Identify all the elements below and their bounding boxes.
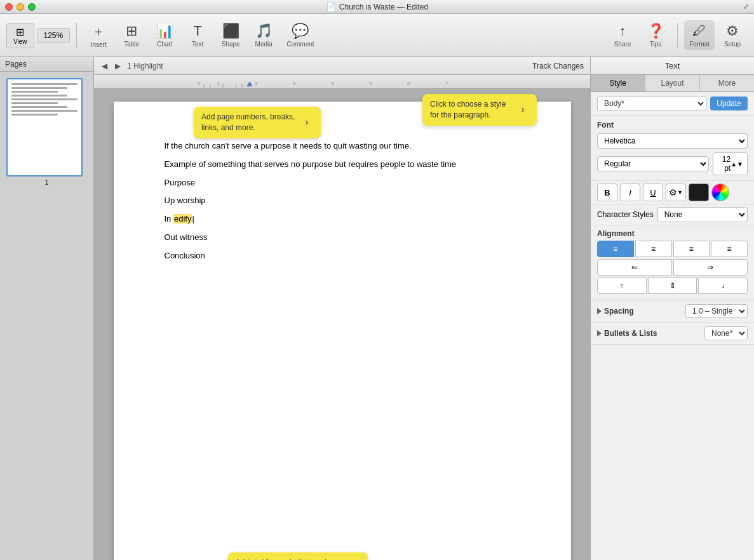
format-button[interactable]: 🖊 Format [684,20,715,50]
dropdown-arrow-icon: ▼ [677,189,683,196]
insert-icon: ＋ [92,23,105,40]
main-toolbar: ⊞ View 125% ＋ Insert ⊞ Table 📊 Chart T T… [0,14,754,57]
table-button[interactable]: ⊞ Table [116,20,147,50]
text-line-5: In edify| [165,213,520,226]
setup-button[interactable]: ⚙ Setup [717,20,748,50]
font-family-select[interactable]: Helvetica [597,133,748,149]
shape-icon: ⬛ [222,23,239,39]
align-justify-button[interactable]: ≡ [711,241,748,257]
prev-highlight-arrow[interactable]: ◀ [100,62,109,70]
main-area: Pages 1 ◀ ▶ [0,57,754,560]
highlighted-word: edify [173,214,192,223]
font-section: Font Helvetica Regular 12 pt ▲▼ [591,116,754,181]
share-button[interactable]: ↑ Share [607,20,638,50]
spacing-collapse-icon [597,308,602,314]
bold-button[interactable]: B [597,183,617,201]
page-thumbnails: 1 [0,72,93,192]
text-line-2: Example of something that serves no purp… [165,158,520,171]
svg-text:6: 6 [407,81,410,86]
align-justify-icon: ≡ [727,244,732,253]
text-line-6: Out witness [165,231,520,244]
valign-center-button[interactable]: ⇕ [648,277,697,294]
paragraph-style-row: Body* Update [591,92,754,116]
italic-button[interactable]: I [620,183,640,201]
expand-icon[interactable]: ⤢ [743,3,749,11]
svg-marker-14 [246,81,253,86]
text-line-3: Purpose [165,177,520,190]
next-highlight-arrow[interactable]: ▶ [114,62,122,70]
pages-label: Pages [5,60,27,69]
close-button[interactable] [5,3,13,11]
underline-button[interactable]: U [643,183,663,201]
media-button[interactable]: 🎵 Media [248,20,279,50]
chart-button[interactable]: 📊 Chart [149,20,180,50]
text-button[interactable]: T Text [182,20,213,50]
right-panel-title: Text [665,61,680,70]
media-icon: 🎵 [255,23,273,39]
view-button[interactable]: ⊞ View [6,23,34,48]
stepper-icon[interactable]: ▲▼ [730,161,743,168]
zoom-button[interactable]: 125% [37,28,71,43]
view-zoom-group: ⊞ View 125% [6,23,70,48]
insert-tooltip-text: Add page numbers, breaks, links, and mor… [201,112,297,133]
svg-text:2: 2 [255,81,258,86]
insert-button[interactable]: ＋ Insert [83,20,114,51]
tab-more[interactable]: More [700,75,754,91]
right-panel: Text Style Layout More Body* Update Font… [590,57,754,560]
spacing-select[interactable]: 1.0 – Single [685,304,748,318]
title-text: Church is Waste — Edited [339,3,428,11]
separator-1 [76,23,77,48]
align-right-icon: ≡ [689,244,694,253]
align-center-button[interactable]: ≡ [635,241,672,257]
font-size-value: 12 pt [717,155,730,173]
comment-button[interactable]: 💬 Comment [281,20,319,50]
page-1-number: 1 [6,178,87,186]
text-line-4: Up worship [165,194,520,208]
page-1-thumbnail[interactable] [6,78,83,177]
highlight-count: 1 Highlight [127,62,163,70]
text-line-7: Conclusion [165,250,520,263]
indent-left-button[interactable]: ⇐ [597,259,672,276]
paragraph-style-select[interactable]: Body* [597,96,706,111]
bullets-row[interactable]: Bullets & Lists None* [591,323,754,345]
comment-icon: 💬 [292,23,309,39]
table-icon: ⊞ [126,23,137,39]
alignment-section: Alignment ≡ ≡ ≡ ≡ ⇐ [591,225,754,300]
align-right-button[interactable]: ≡ [673,241,710,257]
setup-icon: ⚙ [726,23,739,39]
text-color-swatch[interactable] [689,183,709,201]
valign-top-button[interactable]: ↑ [597,277,647,294]
document-scroll[interactable]: Add page numbers, breaks, links, and mor… [94,89,590,560]
share-icon: ↑ [619,23,626,39]
alignment-row-1: ≡ ≡ ≡ ≡ [597,241,748,257]
bullets-select[interactable]: None* [704,326,748,340]
spacing-row[interactable]: Spacing 1.0 – Single [591,300,754,323]
indent-right-button[interactable]: ⇒ [673,259,748,276]
font-label: Font [597,121,748,130]
alignment-row-2: ⇐ ⇒ [597,259,748,276]
text-options-button[interactable]: ⚙ ▼ [666,183,686,201]
maximize-button[interactable] [28,3,36,11]
char-styles-select[interactable]: None [657,207,748,222]
chart-icon: 📊 [156,23,173,39]
valign-bottom-button[interactable]: ↓ [698,277,748,294]
svg-text:1: 1 [217,81,220,86]
font-style-select[interactable]: Regular [597,156,709,171]
color-wheel-button[interactable] [711,183,729,201]
font-size-field[interactable]: 12 pt ▲▼ [713,152,748,175]
paragraph-tooltip-text: Click to choose a style for the paragrap… [430,99,513,121]
tab-layout[interactable]: Layout [645,75,700,91]
text-line-1: If the church can't serve a purpose it n… [165,140,520,153]
document-page[interactable]: If the church can't serve a purpose it n… [114,102,571,560]
align-left-button[interactable]: ≡ [597,241,634,257]
update-button[interactable]: Update [710,97,748,110]
ruler[interactable]: 0 1 2 3 4 5 6 7 [94,75,590,89]
tab-style[interactable]: Style [591,75,645,91]
minimize-button[interactable] [17,3,24,11]
shape-button[interactable]: ⬛ Shape [215,20,246,50]
paragraph-tooltip: Click to choose a style for the paragrap… [422,94,537,126]
pages-sidebar-header: Pages [0,57,93,72]
page-1-thumbnail-wrapper[interactable]: 1 [6,78,87,186]
svg-text:3: 3 [293,81,296,86]
tips-button[interactable]: ❓ Tips [640,20,671,50]
